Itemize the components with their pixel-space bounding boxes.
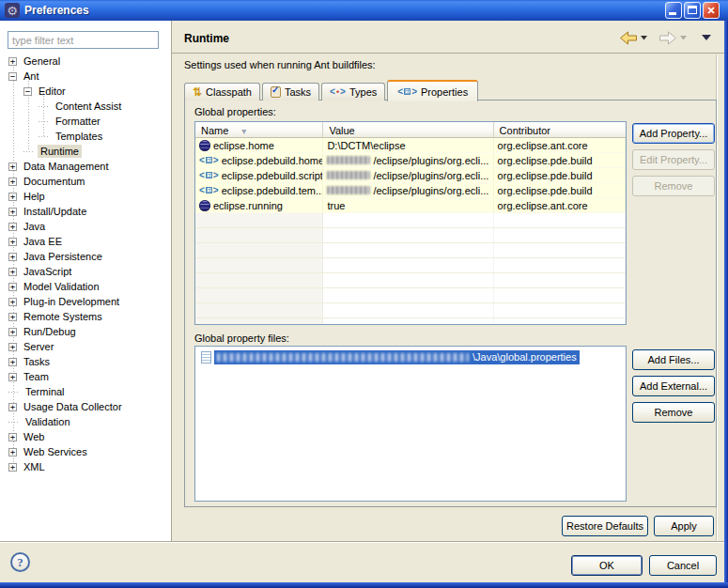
tree-item-runtime[interactable]: Runtime [0,144,170,159]
back-history-caret-icon[interactable] [641,36,647,40]
tree-item-formatter[interactable]: Formatter [0,114,170,129]
tree-item-tasks[interactable]: +Tasks [0,354,170,369]
tree-item-server[interactable]: +Server [0,339,170,354]
expand-icon[interactable]: + [8,193,17,201]
cell-name [195,258,323,272]
tab-properties[interactable]: <>Properties [387,80,478,101]
table-row[interactable]: eclipse.homeD:\DCTM\eclipseorg.eclipse.a… [195,138,626,153]
expand-icon[interactable]: + [8,298,17,306]
back-arrow-icon[interactable] [619,31,638,45]
tree-item-install-update[interactable]: +Install/Update [0,204,170,219]
column-header-contributor[interactable]: Contributor [494,122,626,138]
expand-icon[interactable]: + [8,283,17,291]
help-button[interactable]: ? [10,552,30,572]
add-files-button[interactable]: Add Files... [632,349,715,370]
tree-item-label: Content Assist [53,100,124,113]
tree-item-model-validation[interactable]: +Model Validation [0,279,170,294]
redacted-text-block [327,171,370,179]
collapse-icon[interactable]: − [8,72,17,81]
expand-icon[interactable]: + [8,208,17,216]
minimize-button[interactable] [665,2,682,19]
expand-icon[interactable]: + [8,358,17,366]
expand-icon[interactable]: + [8,253,17,261]
expand-icon[interactable]: + [8,373,17,381]
ok-button[interactable]: OK [571,555,643,576]
maximize-button[interactable] [684,2,701,19]
tab-classpath[interactable]: ⇅Classpath [184,83,260,101]
filter-input[interactable] [8,31,159,49]
cancel-button[interactable]: Cancel [649,555,717,576]
expand-icon[interactable]: + [8,463,17,472]
tree-item-web-services[interactable]: +Web Services [0,444,170,459]
tree-item-team[interactable]: +Team [0,369,170,384]
expand-icon[interactable]: + [8,223,17,231]
tree-item-editor[interactable]: −Editor [0,84,170,99]
cell-name [195,273,323,287]
column-header-value[interactable]: Value [323,122,493,138]
tree-item-run-debug[interactable]: +Run/Debug [0,324,170,339]
table-row[interactable]: <>eclipse.pdebuild.home/eclipse/plugins/… [195,153,626,168]
view-menu-icon[interactable] [702,35,711,41]
tree-item-web[interactable]: +Web [0,429,170,444]
expand-icon[interactable]: + [8,433,17,441]
tree-item-label: JavaScript [21,265,74,278]
file-item-selection: \Java\global.properties [214,350,580,364]
tree-item-data-management[interactable]: +Data Management [0,159,170,174]
tree-item-java[interactable]: +Java [0,219,170,234]
collapse-icon[interactable]: − [23,87,32,96]
bracket-right-glyph: > [411,87,417,97]
tree-item-content-assist[interactable]: Content Assist [0,99,170,114]
expand-icon[interactable]: + [8,343,17,351]
restore-defaults-button[interactable]: Restore Defaults [562,516,648,536]
tab-tasks[interactable]: ✓Tasks [262,83,319,101]
titlebar[interactable]: ⚙ Preferences ✕ [0,0,728,21]
add-property-button[interactable]: Add Property... [632,123,715,144]
tree-item-xml[interactable]: +XML [0,459,170,474]
table-row[interactable]: <>eclipse.pdebuild.tem.../eclipse/plugin… [195,183,626,198]
table-row[interactable]: eclipse.runningtrueorg.eclipse.ant.core [195,198,626,213]
close-button[interactable]: ✕ [703,2,720,19]
sidebar: +General−Ant−EditorContent AssistFormatt… [0,21,172,541]
column-header-name[interactable]: Name ▾ [195,122,323,138]
tree-item-remote-systems[interactable]: +Remote Systems [0,309,170,324]
tree-connector [8,392,20,393]
grid-glyph [404,88,410,95]
cell-name [195,243,323,257]
expand-icon[interactable]: + [8,162,17,171]
tree-item-usage-data-collector[interactable]: +Usage Data Collector [0,399,170,414]
expand-icon[interactable]: + [8,313,17,321]
tree-item-validation[interactable]: Validation [0,414,170,429]
tree-item-plug-in-development[interactable]: +Plug-in Development [0,294,170,309]
remove-file-button[interactable]: Remove [632,402,715,423]
cell-value [323,228,493,242]
add-external-button[interactable]: Add External... [632,376,715,396]
table-row[interactable]: <>eclipse.pdebuild.scripts/eclipse/plugi… [195,168,626,183]
tree-item-label: Runtime [38,145,82,158]
expand-icon[interactable]: + [8,238,17,246]
cell-value: /eclipse/plugins/org.ecli... [323,183,493,197]
global-properties-table[interactable]: Name ▾ Value Contributor eclipse.homeD:\… [194,121,627,325]
preference-page-panel: Runtime [172,21,724,541]
tree-item-general[interactable]: +General [0,54,170,69]
tree-item-templates[interactable]: Templates [0,129,170,144]
tab-types[interactable]: <•>Types [321,83,385,101]
table-empty-row [195,228,626,243]
expand-icon[interactable]: + [8,268,17,276]
tree-item-label: Terminal [23,385,68,398]
expand-icon[interactable]: + [8,57,17,66]
expand-icon[interactable]: + [8,178,17,186]
expand-icon[interactable]: + [8,328,17,336]
tree-item-java-persistence[interactable]: +Java Persistence [0,249,170,264]
expand-icon[interactable]: + [8,403,17,411]
tree-item-java-ee[interactable]: +Java EE [0,234,170,249]
global-property-files-list[interactable]: \Java\global.properties [194,346,627,502]
apply-button[interactable]: Apply [654,516,714,536]
preferences-tree: +General−Ant−EditorContent AssistFormatt… [0,54,170,541]
file-list-item[interactable]: \Java\global.properties [201,349,626,364]
tree-item-documentum[interactable]: +Documentum [0,174,170,189]
expand-icon[interactable]: + [8,448,17,456]
tree-item-ant[interactable]: −Ant [0,69,170,84]
tree-item-terminal[interactable]: Terminal [0,384,170,399]
tree-item-javascript[interactable]: +JavaScript [0,264,170,279]
tree-item-help[interactable]: +Help [0,189,170,204]
